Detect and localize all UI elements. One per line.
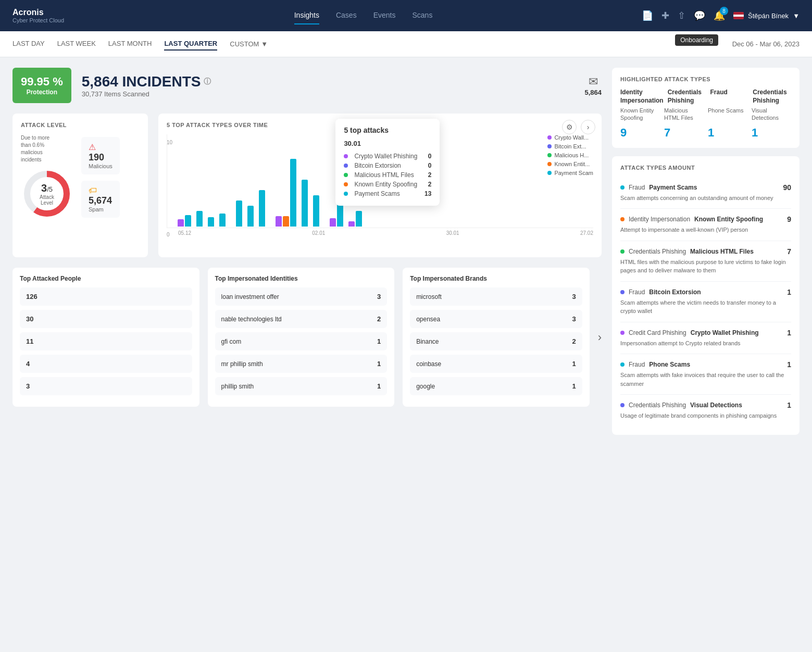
tooltip-title: 5 top attacks	[344, 126, 431, 134]
attack-type-item-2: Credentials Phishing Malicious HTML File…	[620, 241, 791, 282]
donut-container: 3/5 Attack Level	[21, 168, 73, 220]
bar-group-1b	[196, 211, 203, 227]
attack-dot-0	[620, 185, 624, 190]
time-last-month[interactable]: LAST MONTH	[108, 37, 152, 51]
top-impersonated-brands-title: Top Impersonated Brands	[410, 275, 582, 282]
tag1-6: Credentials Phishing	[629, 402, 686, 409]
user-menu[interactable]: Štěpán Bínek ▼	[733, 12, 799, 20]
attacked-count-2: 11	[26, 337, 33, 345]
attack-count-0: 90	[783, 183, 791, 192]
tooltip-name-2: Malicious HTML Files	[354, 171, 421, 179]
y-label-10: 10	[167, 140, 172, 145]
bar-payment-1	[185, 215, 191, 227]
tooltip-dot-2	[344, 173, 348, 177]
add-icon[interactable]: ✚	[661, 10, 669, 21]
protection-badge: 99.95 % Protection	[13, 68, 71, 103]
highlighted-grid-counts: 9 7 1 1	[620, 126, 791, 140]
time-last-quarter[interactable]: LAST QUARTER	[164, 37, 217, 51]
document-icon[interactable]: 📄	[642, 10, 653, 21]
attack-type-header-4: Credit Card Phishing Crypto Wallet Phish…	[620, 329, 791, 337]
legend-label-4: Payment Scam	[554, 170, 593, 176]
tag2-0: Payment Scams	[649, 184, 697, 191]
identity-count-4: 1	[377, 382, 381, 390]
tag1-4: Credit Card Phishing	[629, 329, 686, 336]
chevron-down-icon: ▼	[793, 12, 799, 20]
notification-badge: 8	[720, 7, 728, 15]
tooltip-name-1: Bitcoin Extorsion	[354, 162, 421, 169]
y-label-0: 0	[167, 232, 170, 237]
logo: Acronis Cyber Protect Cloud	[13, 8, 64, 23]
share-icon[interactable]: ⇧	[678, 10, 685, 21]
bar-payment-4b	[356, 211, 362, 227]
attacked-count-1: 30	[26, 315, 33, 323]
highlighted-grid-row2: Known Entity Spoofing Malicious HTML Fil…	[620, 107, 791, 122]
attack-types-amount-title: ATTACK TYPES AMOUNT	[620, 165, 791, 171]
bell-icon[interactable]: 🔔 8	[714, 10, 725, 21]
time-last-week[interactable]: LAST WEEK	[57, 37, 96, 51]
attack-type-tags-0: Fraud Payment Scams	[620, 184, 697, 191]
highlight-sub-2: Phone Scams	[708, 107, 747, 114]
identity-name-2: gfi com	[221, 338, 377, 345]
attack-type-item-3: Fraud Bitcoin Extorsion 1 Scam attempts …	[620, 282, 791, 322]
highlight-type-1: Credentials Phishing	[668, 89, 706, 105]
prev-arrow[interactable]: ⚙	[562, 120, 577, 134]
attack-type-item-5: Fraud Phone Scams 1 Scam attempts with f…	[620, 354, 791, 395]
tooltip-val-3: 2	[428, 181, 432, 188]
brand-row-2: Binance 2	[410, 332, 582, 350]
attack-dot-4	[620, 331, 624, 335]
chevron-down-icon: ▼	[261, 40, 268, 48]
bar-payment-1c	[208, 217, 214, 227]
attack-dot-5	[620, 362, 624, 367]
identity-name-3: mr phillip smith	[221, 360, 377, 368]
highlight-count-3: 1	[752, 126, 791, 140]
highlight-count-0: 9	[620, 126, 660, 140]
tooltip-name-4: Payment Scams	[354, 190, 418, 197]
brand-count-1: 3	[572, 315, 576, 323]
identity-name-0: loan investment offer	[221, 293, 377, 300]
highlight-sub-1: Malicious HTML Files	[664, 107, 704, 122]
brand-row-3: coinbase 1	[410, 355, 582, 373]
time-custom[interactable]: CUSTOM ▼	[230, 37, 268, 51]
tag2-1: Known Entity Spoofing	[694, 216, 763, 223]
next-arrow[interactable]: ›	[581, 120, 595, 134]
items-scanned: 30,737 Items Scanned	[82, 90, 211, 98]
identity-row-3: mr phillip smith 1	[215, 355, 388, 373]
highlight-col-0: Identity Impersonation	[620, 89, 664, 105]
highlight-col-2: Fraud	[710, 89, 748, 105]
attack-type-item-4: Credit Card Phishing Crypto Wallet Phish…	[620, 322, 791, 355]
brand-count-4: 1	[572, 382, 576, 390]
tag2-3: Bitcoin Extorsion	[649, 289, 701, 296]
stats-row: 99.95 % Protection 5,864 INCIDENTS ⓘ 30,…	[13, 68, 602, 103]
nav-cases[interactable]: Cases	[336, 7, 357, 24]
attack-type-item-0: Fraud Payment Scams 90 Scam attempts con…	[620, 177, 791, 209]
attacked-count-4: 3	[26, 382, 30, 390]
brand-row-1: opensea 3	[410, 310, 582, 328]
legend-item-3: Known Entit...	[547, 161, 593, 167]
legend-label-0: Crypto Wall...	[554, 134, 589, 141]
donut-area: Due to more than 0.6% malicious incident…	[21, 134, 140, 220]
nav-scans[interactable]: Scans	[412, 7, 432, 24]
time-last-day[interactable]: LAST DAY	[13, 37, 45, 51]
identity-row-1: nable technologies ltd 2	[215, 310, 388, 328]
attack-level-card: ATTACK LEVEL Due to more than 0.6% malic…	[13, 114, 148, 257]
malicious-stat: ⚠ 190 Malicious	[81, 137, 120, 174]
highlight-col-1: Credentials Phishing	[668, 89, 706, 105]
chat-icon[interactable]: 💬	[694, 10, 705, 21]
tooltip-rows: Crypto Wallet Phishing 0 Bitcoin Extorsi…	[344, 152, 431, 198]
tables-next-arrow[interactable]: ›	[598, 268, 602, 407]
x-label-0201: 02.01	[312, 230, 325, 236]
spam-label: Spam	[89, 206, 113, 212]
attack-count-4: 1	[787, 329, 791, 337]
bar-group-3c	[313, 195, 319, 227]
identity-count-0: 3	[377, 293, 381, 300]
bar-payment-2c	[259, 190, 265, 227]
attack-desc-0: Scam attempts concerning an outstanding …	[620, 194, 791, 203]
bar-group-2b	[247, 206, 254, 227]
nav-events[interactable]: Events	[373, 7, 396, 24]
info-icon[interactable]: ⓘ	[204, 77, 211, 86]
identity-row-0: loan investment offer 3	[215, 287, 388, 306]
bar-payment-3b	[302, 180, 308, 227]
identity-row-2: gfi com 1	[215, 332, 388, 350]
spam-stat: 🏷 5,674 Spam	[81, 181, 120, 218]
nav-insights[interactable]: Insights	[294, 7, 319, 24]
